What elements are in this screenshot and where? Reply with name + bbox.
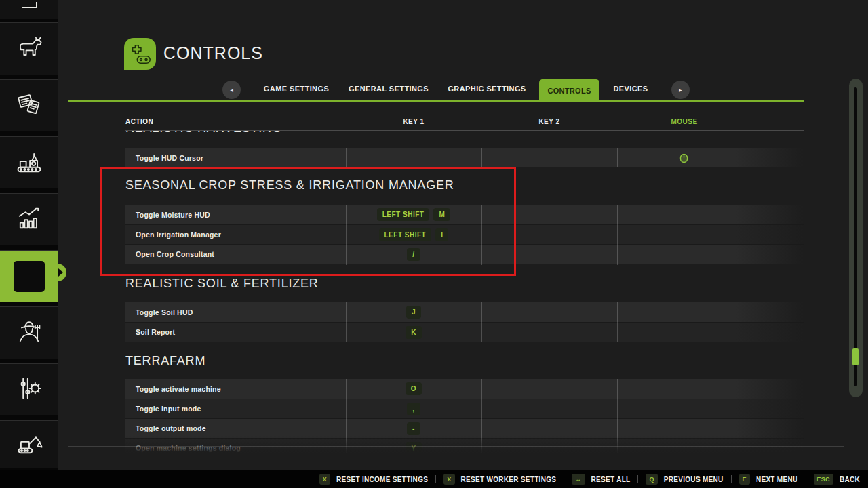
hotkey-bar: X RESET INCOME SETTINGS X RESET WORKER S… (0, 470, 868, 488)
sidebar-item-construction[interactable] (0, 420, 58, 468)
section-rows: Toggle HUD Cursor (125, 148, 804, 167)
scrollbar-thumb[interactable] (852, 348, 859, 365)
control-row-toggle-soil-hud[interactable]: Toggle Soil HUD J (125, 302, 804, 322)
action-label: Toggle HUD Cursor (136, 154, 203, 162)
sidebar-item-production[interactable] (0, 136, 58, 188)
action-label: Soil Report (136, 328, 175, 336)
tab-game-settings[interactable]: GAME SETTINGS (264, 85, 329, 93)
key1-cell: J (346, 302, 481, 322)
key-x-icon: X (443, 474, 454, 485)
action-label: Toggle input mode (136, 405, 201, 413)
production-icon (14, 146, 44, 179)
section-title-realistic-harvesting: REALISTIC HARVESTING (125, 131, 282, 136)
back-button[interactable]: ESC BACK (814, 474, 861, 485)
vehicle-icon (22, 2, 37, 8)
footer-divider (806, 475, 806, 483)
hotkey-label: RESET WORKER SETTINGS (461, 476, 557, 483)
chevron-right-icon: ▸ (679, 87, 682, 94)
tab-controls-active[interactable]: CONTROLS (539, 79, 599, 102)
excavator-icon (14, 428, 44, 461)
tab-graphic-settings[interactable]: GRAPHIC SETTINGS (448, 85, 526, 93)
left-right-arrow-icon: ↔ (572, 474, 585, 485)
tab-general-settings[interactable]: GENERAL SETTINGS (349, 85, 429, 93)
sidebar-item-player[interactable] (0, 306, 58, 359)
chevron-left-icon: ◂ (230, 87, 233, 94)
key1-cell: - (346, 419, 481, 438)
column-header-key1: KEY 1 (403, 118, 424, 125)
documents-icon (14, 89, 44, 122)
key1-cell: O (346, 379, 481, 399)
next-menu-button[interactable]: E NEXT MENU (739, 474, 798, 485)
control-row-toggle-hud-cursor[interactable]: Toggle HUD Cursor (125, 148, 804, 167)
controls-settings-page: CONTROLS ◂ GAME SETTINGS GENERAL SETTING… (0, 0, 868, 488)
map-icon (14, 261, 45, 292)
sidebar-item-statistics[interactable] (0, 193, 58, 245)
column-header-action: ACTION (125, 118, 153, 125)
control-row-toggle-input-mode[interactable]: Toggle input mode , (125, 399, 804, 418)
key-badge: O (406, 382, 422, 395)
cow-icon (14, 33, 44, 65)
tabs-prev-button[interactable]: ◂ (222, 81, 241, 99)
farmer-icon (14, 317, 44, 349)
footer-divider (564, 475, 564, 483)
sliders-gear-icon (14, 373, 44, 406)
action-label: Toggle activate machine (136, 385, 221, 393)
column-header-key2: KEY 2 (538, 118, 559, 125)
key-esc-icon: ESC (814, 474, 833, 485)
hotkey-label: RESET INCOME SETTINGS (336, 476, 428, 483)
highlight-red-box (100, 167, 516, 276)
section-title-realistic-soil-fertilizer: REALISTIC SOIL & FERTILIZER (125, 277, 319, 291)
action-label: Toggle output mode (136, 424, 206, 432)
previous-menu-button[interactable]: Q PREVIOUS MENU (646, 474, 723, 485)
sidebar-item-animals[interactable] (0, 22, 58, 75)
footer-divider (731, 475, 732, 483)
tab-devices[interactable]: DEVICES (613, 85, 648, 93)
footer-divider (637, 475, 638, 483)
section-title-terrafarm: TERRAFARM (125, 354, 205, 368)
tab-underline (68, 100, 804, 102)
hotkey-label: NEXT MENU (756, 476, 798, 483)
page-title: CONTROLS (163, 43, 263, 63)
hotkey-label: PREVIOUS MENU (664, 476, 724, 483)
key-x-icon: X (319, 474, 330, 485)
key1-cell: , (346, 399, 481, 418)
key-e-icon: E (739, 474, 750, 485)
scrollbar-track[interactable] (854, 87, 857, 386)
reset-income-settings-button[interactable]: X RESET INCOME SETTINGS (319, 474, 429, 485)
sidebar-item-settings[interactable] (0, 363, 58, 415)
sidebar-item-vehicle[interactable] (0, 0, 58, 19)
mouse-icon (679, 153, 688, 163)
key-badge: K (406, 326, 422, 339)
statistics-icon (14, 203, 44, 236)
active-item-arrow-icon (58, 268, 63, 277)
hotkey-label: RESET ALL (591, 476, 631, 483)
key-badge: , (407, 403, 420, 415)
sidebar-item-map-active[interactable] (0, 250, 58, 302)
tabs-next-button[interactable]: ▸ (671, 81, 690, 99)
control-row-toggle-output-mode[interactable]: Toggle output mode - (125, 418, 804, 438)
control-row-toggle-activate-machine[interactable]: Toggle activate machine O (125, 379, 804, 399)
controls-page-icon (124, 38, 156, 70)
action-label: Toggle Soil HUD (136, 308, 193, 317)
sidebar-item-contracts[interactable] (0, 79, 58, 131)
key-badge: J (406, 306, 421, 319)
reset-worker-settings-button[interactable]: X RESET WORKER SETTINGS (443, 474, 556, 485)
footer-divider (435, 475, 436, 483)
key-q-icon: Q (646, 474, 657, 485)
column-header-mouse: MOUSE (671, 118, 697, 125)
key1-cell: K (346, 323, 481, 342)
hotkey-label: BACK (840, 476, 860, 483)
gamepad-icon (127, 41, 153, 67)
sidebar (0, 0, 58, 470)
control-row-soil-report[interactable]: Soil Report K (125, 322, 804, 342)
section-rows: Toggle Soil HUD J Soil Report K (125, 302, 804, 342)
content-bottom-divider (68, 446, 844, 447)
key-badge: - (407, 422, 420, 435)
mouse-binding-cell (617, 148, 751, 167)
reset-all-button[interactable]: ↔ RESET ALL (572, 474, 630, 485)
